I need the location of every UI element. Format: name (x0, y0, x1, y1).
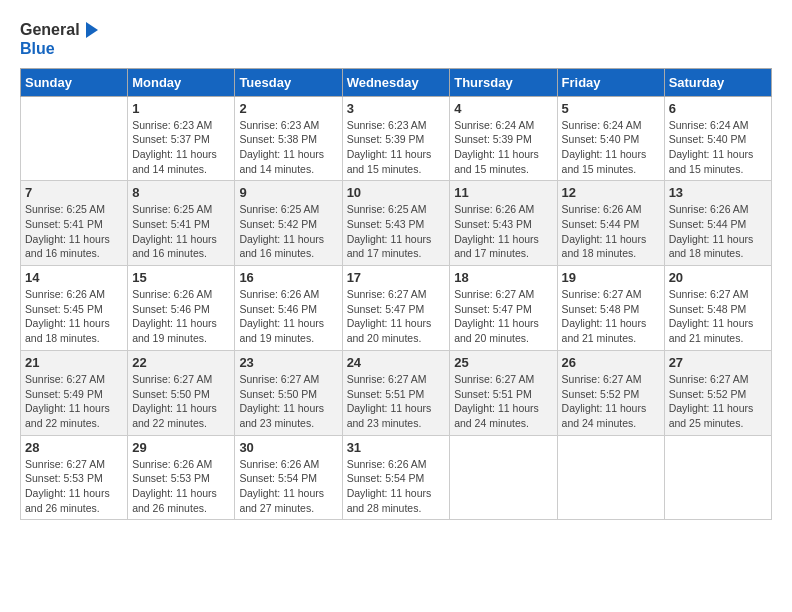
day-info: Sunrise: 6:27 AMSunset: 5:52 PMDaylight:… (669, 372, 767, 431)
day-info: Sunrise: 6:26 AMSunset: 5:46 PMDaylight:… (132, 287, 230, 346)
calendar-cell: 26Sunrise: 6:27 AMSunset: 5:52 PMDayligh… (557, 350, 664, 435)
calendar-cell: 27Sunrise: 6:27 AMSunset: 5:52 PMDayligh… (664, 350, 771, 435)
day-number: 12 (562, 185, 660, 200)
calendar-cell: 22Sunrise: 6:27 AMSunset: 5:50 PMDayligh… (128, 350, 235, 435)
day-info: Sunrise: 6:24 AMSunset: 5:40 PMDaylight:… (669, 118, 767, 177)
calendar-cell: 28Sunrise: 6:27 AMSunset: 5:53 PMDayligh… (21, 435, 128, 520)
day-info: Sunrise: 6:24 AMSunset: 5:39 PMDaylight:… (454, 118, 552, 177)
day-info: Sunrise: 6:27 AMSunset: 5:47 PMDaylight:… (347, 287, 446, 346)
day-number: 26 (562, 355, 660, 370)
calendar-cell: 24Sunrise: 6:27 AMSunset: 5:51 PMDayligh… (342, 350, 450, 435)
calendar-cell: 16Sunrise: 6:26 AMSunset: 5:46 PMDayligh… (235, 266, 342, 351)
logo-general: General (20, 21, 80, 39)
day-number: 29 (132, 440, 230, 455)
calendar-cell (21, 96, 128, 181)
day-number: 28 (25, 440, 123, 455)
day-info: Sunrise: 6:27 AMSunset: 5:50 PMDaylight:… (132, 372, 230, 431)
calendar-week-row: 14Sunrise: 6:26 AMSunset: 5:45 PMDayligh… (21, 266, 772, 351)
calendar-cell: 10Sunrise: 6:25 AMSunset: 5:43 PMDayligh… (342, 181, 450, 266)
day-number: 30 (239, 440, 337, 455)
logo-arrow-icon (82, 20, 102, 40)
day-info: Sunrise: 6:23 AMSunset: 5:38 PMDaylight:… (239, 118, 337, 177)
day-number: 11 (454, 185, 552, 200)
day-info: Sunrise: 6:23 AMSunset: 5:37 PMDaylight:… (132, 118, 230, 177)
calendar-cell: 14Sunrise: 6:26 AMSunset: 5:45 PMDayligh… (21, 266, 128, 351)
day-info: Sunrise: 6:25 AMSunset: 5:42 PMDaylight:… (239, 202, 337, 261)
calendar-cell (450, 435, 557, 520)
day-number: 31 (347, 440, 446, 455)
weekday-header-friday: Friday (557, 68, 664, 96)
day-number: 16 (239, 270, 337, 285)
calendar-cell: 31Sunrise: 6:26 AMSunset: 5:54 PMDayligh… (342, 435, 450, 520)
day-info: Sunrise: 6:27 AMSunset: 5:51 PMDaylight:… (454, 372, 552, 431)
day-info: Sunrise: 6:26 AMSunset: 5:45 PMDaylight:… (25, 287, 123, 346)
weekday-header-tuesday: Tuesday (235, 68, 342, 96)
day-info: Sunrise: 6:25 AMSunset: 5:43 PMDaylight:… (347, 202, 446, 261)
day-number: 27 (669, 355, 767, 370)
calendar-cell (664, 435, 771, 520)
day-info: Sunrise: 6:27 AMSunset: 5:48 PMDaylight:… (669, 287, 767, 346)
day-number: 19 (562, 270, 660, 285)
logo: General Blue (20, 20, 102, 58)
calendar-cell: 2Sunrise: 6:23 AMSunset: 5:38 PMDaylight… (235, 96, 342, 181)
calendar-cell: 9Sunrise: 6:25 AMSunset: 5:42 PMDaylight… (235, 181, 342, 266)
calendar-week-row: 21Sunrise: 6:27 AMSunset: 5:49 PMDayligh… (21, 350, 772, 435)
calendar-cell: 6Sunrise: 6:24 AMSunset: 5:40 PMDaylight… (664, 96, 771, 181)
weekday-header-row: SundayMondayTuesdayWednesdayThursdayFrid… (21, 68, 772, 96)
logo-blue: Blue (20, 40, 55, 57)
calendar-cell: 19Sunrise: 6:27 AMSunset: 5:48 PMDayligh… (557, 266, 664, 351)
calendar-cell: 25Sunrise: 6:27 AMSunset: 5:51 PMDayligh… (450, 350, 557, 435)
weekday-header-saturday: Saturday (664, 68, 771, 96)
weekday-header-monday: Monday (128, 68, 235, 96)
calendar-cell: 7Sunrise: 6:25 AMSunset: 5:41 PMDaylight… (21, 181, 128, 266)
calendar-cell: 29Sunrise: 6:26 AMSunset: 5:53 PMDayligh… (128, 435, 235, 520)
calendar-cell: 5Sunrise: 6:24 AMSunset: 5:40 PMDaylight… (557, 96, 664, 181)
day-info: Sunrise: 6:26 AMSunset: 5:54 PMDaylight:… (239, 457, 337, 516)
day-info: Sunrise: 6:26 AMSunset: 5:43 PMDaylight:… (454, 202, 552, 261)
day-number: 24 (347, 355, 446, 370)
day-number: 2 (239, 101, 337, 116)
day-number: 5 (562, 101, 660, 116)
day-number: 13 (669, 185, 767, 200)
day-info: Sunrise: 6:26 AMSunset: 5:53 PMDaylight:… (132, 457, 230, 516)
day-number: 20 (669, 270, 767, 285)
day-info: Sunrise: 6:27 AMSunset: 5:53 PMDaylight:… (25, 457, 123, 516)
day-number: 8 (132, 185, 230, 200)
calendar-cell: 17Sunrise: 6:27 AMSunset: 5:47 PMDayligh… (342, 266, 450, 351)
calendar-cell: 30Sunrise: 6:26 AMSunset: 5:54 PMDayligh… (235, 435, 342, 520)
day-number: 23 (239, 355, 337, 370)
day-number: 9 (239, 185, 337, 200)
calendar-cell: 21Sunrise: 6:27 AMSunset: 5:49 PMDayligh… (21, 350, 128, 435)
day-number: 14 (25, 270, 123, 285)
weekday-header-thursday: Thursday (450, 68, 557, 96)
calendar-cell: 13Sunrise: 6:26 AMSunset: 5:44 PMDayligh… (664, 181, 771, 266)
day-info: Sunrise: 6:26 AMSunset: 5:44 PMDaylight:… (562, 202, 660, 261)
calendar-cell: 1Sunrise: 6:23 AMSunset: 5:37 PMDaylight… (128, 96, 235, 181)
calendar-cell (557, 435, 664, 520)
day-info: Sunrise: 6:27 AMSunset: 5:49 PMDaylight:… (25, 372, 123, 431)
day-info: Sunrise: 6:27 AMSunset: 5:52 PMDaylight:… (562, 372, 660, 431)
calendar-cell: 4Sunrise: 6:24 AMSunset: 5:39 PMDaylight… (450, 96, 557, 181)
day-number: 22 (132, 355, 230, 370)
day-number: 10 (347, 185, 446, 200)
day-number: 18 (454, 270, 552, 285)
svg-marker-0 (86, 22, 98, 38)
day-number: 7 (25, 185, 123, 200)
day-number: 3 (347, 101, 446, 116)
weekday-header-wednesday: Wednesday (342, 68, 450, 96)
day-info: Sunrise: 6:27 AMSunset: 5:47 PMDaylight:… (454, 287, 552, 346)
calendar-cell: 11Sunrise: 6:26 AMSunset: 5:43 PMDayligh… (450, 181, 557, 266)
day-number: 21 (25, 355, 123, 370)
calendar-cell: 15Sunrise: 6:26 AMSunset: 5:46 PMDayligh… (128, 266, 235, 351)
day-info: Sunrise: 6:23 AMSunset: 5:39 PMDaylight:… (347, 118, 446, 177)
day-number: 1 (132, 101, 230, 116)
day-info: Sunrise: 6:25 AMSunset: 5:41 PMDaylight:… (25, 202, 123, 261)
day-info: Sunrise: 6:26 AMSunset: 5:44 PMDaylight:… (669, 202, 767, 261)
day-info: Sunrise: 6:24 AMSunset: 5:40 PMDaylight:… (562, 118, 660, 177)
day-number: 6 (669, 101, 767, 116)
day-info: Sunrise: 6:26 AMSunset: 5:54 PMDaylight:… (347, 457, 446, 516)
calendar-table: SundayMondayTuesdayWednesdayThursdayFrid… (20, 68, 772, 521)
page-header: General Blue (20, 20, 772, 58)
calendar-cell: 18Sunrise: 6:27 AMSunset: 5:47 PMDayligh… (450, 266, 557, 351)
logo-wordmark: General Blue (20, 20, 102, 58)
